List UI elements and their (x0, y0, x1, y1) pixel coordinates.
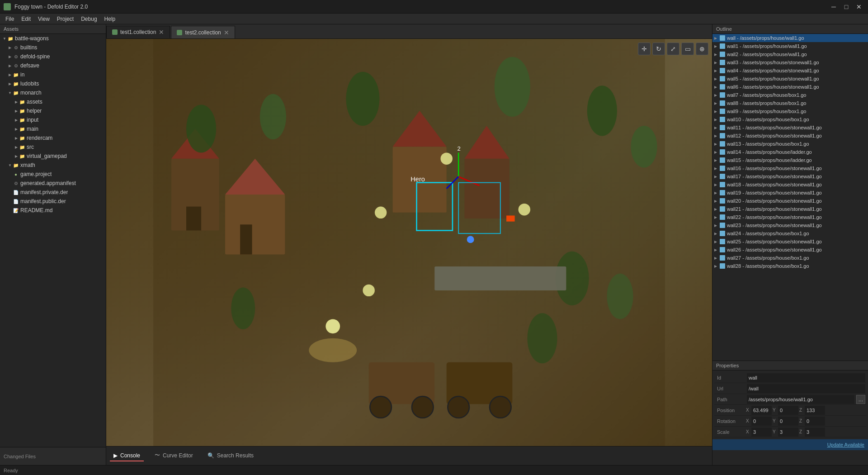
sidebar-item-ludobits[interactable]: 📁 ludobits (0, 79, 106, 88)
rotate-tool-button[interactable]: ↻ (652, 43, 665, 55)
close-button[interactable]: ✕ (854, 2, 864, 11)
sidebar-item-helper[interactable]: 📁 helper (0, 106, 106, 115)
z-label: Z (799, 429, 804, 434)
outline-item-wall-21[interactable]: ▶ wall21 - /assets/props/house/stonewall… (712, 205, 868, 213)
sidebar-item-xmath[interactable]: 📁 xmath (0, 161, 106, 170)
sidebar-item-in[interactable]: 📁 in (0, 70, 106, 79)
menu-view[interactable]: View (34, 15, 53, 23)
outline-item-wall-0[interactable]: ▶ wall - /assets/props/house/wall1.go (712, 34, 868, 42)
sidebar-item-game-project[interactable]: ● game.project (0, 170, 106, 179)
sidebar-item-input[interactable]: 📁 input (0, 115, 106, 124)
sidebar-item-monarch[interactable]: 📁 monarch (0, 88, 106, 97)
sidebar-item-virtual-gamepad[interactable]: 📁 virtual_gamepad (0, 152, 106, 161)
go-icon (720, 52, 725, 57)
tab-close-button[interactable]: ✕ (159, 29, 164, 35)
outline-item-wall-7[interactable]: ▶ wall7 - /assets/props/house/box1.go (712, 91, 868, 99)
go-icon (720, 182, 725, 187)
outline-item-wall-5[interactable]: ▶ wall5 - /assets/props/house/stonewall1… (712, 75, 868, 83)
rotation-y-value[interactable]: 0 (778, 417, 798, 426)
sidebar-item-defold-spine[interactable]: ⚙ defold-spine (0, 52, 106, 61)
tab-test1[interactable]: test1.collection ✕ (106, 26, 170, 38)
outline-item-wall-11[interactable]: ▶ wall11 - /assets/props/house/stonewall… (712, 124, 868, 132)
search-results-tab[interactable]: 🔍 Search Results (204, 451, 257, 461)
outline-item-wall-6[interactable]: ▶ wall6 - /assets/props/house/stonewall1… (712, 83, 868, 91)
position-x-value[interactable]: 63.499 (751, 406, 772, 415)
menu-project[interactable]: Project (53, 15, 77, 23)
sidebar-item-readme[interactable]: 📝 README.md (0, 206, 106, 215)
prop-value-id[interactable]: wall (747, 373, 865, 382)
outline-item-wall-19[interactable]: ▶ wall19 - /assets/props/house/stonewall… (712, 189, 868, 197)
position-z-value[interactable]: 133 (805, 406, 825, 415)
scale-z-value[interactable]: 3 (805, 428, 825, 437)
sidebar-item-generated-appmanifest[interactable]: ⚙ generated.appmanifest (0, 179, 106, 188)
rotation-z-value[interactable]: 0 (805, 417, 825, 426)
changed-files-tab[interactable]: Changed Files (0, 447, 106, 465)
sidebar-item-battle-wagons[interactable]: 📁 battle-wagons (0, 34, 106, 43)
sidebar-item-src[interactable]: 📁 src (0, 142, 106, 152)
outline-item-wall-25[interactable]: ▶ wall25 - /assets/props/house/stonewall… (712, 238, 868, 246)
sidebar-item-assets[interactable]: 📁 assets (0, 97, 106, 106)
outline-item-wall-15[interactable]: ▶ wall15 - /assets/props/house/ladder.go (712, 156, 868, 164)
sidebar-item-manifest-public[interactable]: 📄 manifest.public.der (0, 197, 106, 206)
outline-item-wall-1[interactable]: ▶ wall1 - /assets/props/house/wall1.go (712, 42, 868, 50)
outline-label: wall8 - /assets/props/house/box1.go (727, 100, 807, 106)
outline-item-wall-23[interactable]: ▶ wall23 - /assets/props/house/stonewall… (712, 221, 868, 229)
outline-item-wall-4[interactable]: ▶ wall4 - /assets/props/house/stonewall1… (712, 66, 868, 75)
position-y-value[interactable]: 0 (778, 406, 798, 415)
tab-close-button[interactable]: ✕ (224, 29, 229, 36)
sidebar-item-main[interactable]: 📁 main (0, 124, 106, 133)
outline-item-wall-3[interactable]: ▶ wall3 - /assets/props/house/stonewall1… (712, 58, 868, 66)
zoom-tool-button[interactable]: ⊕ (696, 43, 708, 55)
scale-x-value[interactable]: 3 (751, 428, 772, 437)
prop-value-path[interactable]: /assets/props/house/wall1.go (747, 395, 854, 404)
path-browse-button[interactable]: … (856, 395, 865, 404)
outline-label: wall12 - /assets/props/house/stonewall1.… (727, 133, 822, 138)
outline-item-wall-16[interactable]: ▶ wall16 - /assets/props/house/stonewall… (712, 164, 868, 172)
outline-label: wall7 - /assets/props/house/box1.go (727, 92, 807, 98)
curve-editor-tab[interactable]: 〜 Curve Editor (151, 450, 197, 462)
outline-item-wall-20[interactable]: ▶ wall20 - /assets/props/house/stonewall… (712, 197, 868, 205)
outline-item-wall-24[interactable]: ▶ wall24 - /assets/props/house/box1.go (712, 229, 868, 238)
sidebar-item-builtins[interactable]: ⚙ builtins (0, 43, 106, 52)
scale-y-value[interactable]: 3 (778, 428, 798, 437)
menu-edit[interactable]: Edit (18, 15, 34, 23)
outline-item-wall-17[interactable]: ▶ wall17 - /assets/props/house/stonewall… (712, 172, 868, 180)
go-icon (720, 166, 725, 171)
outline-section: Outline ▶ wall - /assets/props/house/wal… (712, 24, 868, 361)
outline-item-wall-10[interactable]: ▶ wall10 - /assets/props/house/box1.go (712, 115, 868, 124)
outline-item-wall-27[interactable]: ▶ wall27 - /assets/props/house/box1.go (712, 254, 868, 262)
menu-help[interactable]: Help (101, 15, 119, 23)
outline-item-wall-18[interactable]: ▶ wall18 - /assets/props/house/stonewall… (712, 180, 868, 189)
maximize-button[interactable]: □ (841, 2, 852, 11)
scale-tool-button[interactable]: ⤢ (667, 43, 679, 55)
outline-item-wall-26[interactable]: ▶ wall26 - /assets/props/house/stonewall… (712, 246, 868, 254)
outline-item-wall-14[interactable]: ▶ wall14 - /assets/props/house/ladder.go (712, 148, 868, 156)
viewport-toolbar: ✛ ↻ ⤢ ▭ ⊕ (638, 43, 708, 55)
sidebar-item-manifest-private[interactable]: 📄 manifest.private.der (0, 188, 106, 197)
menu-file[interactable]: File (2, 15, 18, 23)
outline-label: wall6 - /assets/props/house/stonewall1.g… (727, 84, 819, 90)
outline-item-wall-9[interactable]: ▶ wall9 - /assets/props/house/box1.go (712, 107, 868, 115)
tab-label: test1.collection (120, 29, 156, 35)
move-tool-button[interactable]: ✛ (638, 43, 651, 55)
sidebar-item-rendercam[interactable]: 📁 rendercam (0, 133, 106, 142)
outline-item-wall-13[interactable]: ▶ wall13 - /assets/props/house/box1.go (712, 140, 868, 148)
outline-item-wall-8[interactable]: ▶ wall8 - /assets/props/house/box1.go (712, 99, 868, 107)
console-tab[interactable]: ▶ Console (110, 451, 144, 461)
outline-item-wall-28[interactable]: ▶ wall28 - /assets/props/house/box1.go (712, 262, 868, 270)
outline-item-wall-12[interactable]: ▶ wall12 - /assets/props/house/stonewall… (712, 132, 868, 140)
sidebar-item-defsave[interactable]: ⚙ defsave (0, 61, 106, 70)
menu-debug[interactable]: Debug (77, 15, 100, 23)
prop-value-url[interactable]: /wall (747, 384, 865, 393)
prop-label-url: Url (714, 386, 746, 391)
outline-item-wall-2[interactable]: ▶ wall2 - /assets/props/house/wall1.go (712, 50, 868, 58)
rect-tool-button[interactable]: ▭ (681, 43, 694, 55)
outline-label: wall15 - /assets/props/house/ladder.go (727, 157, 812, 163)
outline-item-wall-22[interactable]: ▶ wall22 - /assets/props/house/stonewall… (712, 213, 868, 221)
tab-test2[interactable]: test2.collection ✕ (171, 26, 235, 38)
viewport[interactable]: Hero 2 (106, 39, 712, 446)
update-available-link[interactable]: Update Available (827, 442, 864, 447)
rotation-x-value[interactable]: 0 (751, 417, 772, 426)
viewport-canvas[interactable]: Hero 2 (106, 39, 712, 446)
minimize-button[interactable]: ─ (828, 2, 839, 11)
